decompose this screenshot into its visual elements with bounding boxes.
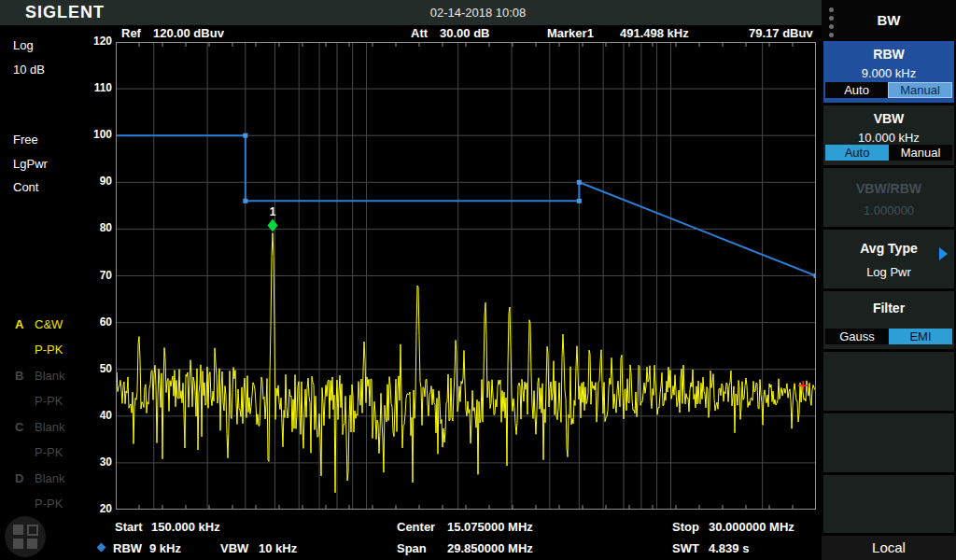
y-axis-tick-label: 80 xyxy=(82,221,112,234)
title-bar: SIGLENT 02-14-2018 10:08 xyxy=(0,0,822,25)
vbw-rbw-title: VBW/RBW xyxy=(823,181,954,196)
brand-logo: SIGLENT xyxy=(25,3,105,22)
marker1-label: Marker1 xyxy=(547,26,594,40)
amplitude-scale-label: Log xyxy=(13,38,34,52)
stop-freq-label: Stop xyxy=(672,520,699,534)
center-freq-value: 15.075000 MHz xyxy=(447,520,533,534)
trace-d-detector: P-PK xyxy=(35,497,63,511)
y-axis-tick-label: 40 xyxy=(82,409,112,422)
menu-title: BW xyxy=(822,12,956,28)
y-axis-tick-label: 20 xyxy=(82,502,112,515)
rbw-status-value: 9 kHz xyxy=(149,541,181,555)
vbw-softkey-button[interactable]: VBW 10.000 kHz Auto Manual xyxy=(823,105,954,165)
center-freq-label: Center xyxy=(397,520,435,534)
ref-level-label: Ref xyxy=(121,26,141,40)
blank-softkey-slot-2 xyxy=(823,413,954,472)
rbw-title: RBW xyxy=(823,47,954,62)
home-menu-button[interactable] xyxy=(5,516,46,557)
y-axis-tick-label: 90 xyxy=(82,175,112,188)
filter-gauss-toggle[interactable]: Gauss xyxy=(825,329,889,344)
trace-a-letter: A xyxy=(15,317,23,331)
blank-softkey-slot-3 xyxy=(823,475,954,533)
avg-type-title: Avg Type xyxy=(823,241,954,256)
sweep-time-label: SWT xyxy=(672,541,699,555)
scale-per-div-label: 10 dB xyxy=(13,63,45,77)
vbw-title: VBW xyxy=(823,111,954,126)
trace-a-detector: P-PK xyxy=(35,343,63,357)
trace-b-letter: B xyxy=(15,369,23,383)
span-value: 29.850000 MHz xyxy=(447,541,533,555)
spectrum-analyzer-screen: SIGLENT 02-14-2018 10:08 Ref 120.00 dBuv… xyxy=(0,0,956,560)
softkey-menu-panel: BW RBW 9.000 kHz Auto Manual VBW 10.000 … xyxy=(822,0,956,560)
rbw-status-label: RBW xyxy=(113,541,142,555)
trace-a-mode: C&W xyxy=(35,317,63,331)
sweep-mode-label: Cont xyxy=(13,180,38,194)
stop-freq-value: 30.000000 MHz xyxy=(709,520,794,534)
avg-type-softkey-button[interactable]: Avg Type Log Pwr xyxy=(823,230,954,288)
vbw-rbw-value: 1.000000 xyxy=(823,203,954,217)
y-axis-tick-label: 100 xyxy=(82,128,112,141)
measurement-header-row: Ref 120.00 dBuv Att 30.00 dB Marker1 491… xyxy=(116,25,816,42)
spectrum-chart: 1 xyxy=(116,42,816,510)
blank-softkey-slot-1 xyxy=(823,352,954,411)
y-axis-tick-label: 110 xyxy=(82,81,112,94)
vbw-value: 10.000 kHz xyxy=(823,131,954,145)
menu-header: BW xyxy=(822,0,956,40)
y-axis-tick-label: 120 xyxy=(82,35,112,48)
marker1-level: 79.17 dBuv xyxy=(749,26,813,40)
limit-line-node xyxy=(577,180,582,185)
filter-emi-toggle[interactable]: EMI xyxy=(889,329,952,344)
limit-line-node xyxy=(243,133,247,138)
filter-title: Filter xyxy=(823,301,954,315)
start-freq-label: Start xyxy=(115,520,143,534)
datetime-display: 02-14-2018 10:08 xyxy=(430,6,527,20)
attenuation-label: Att xyxy=(411,26,428,40)
trigger-mode-label: Free xyxy=(13,133,38,147)
trace-d-mode: Blank xyxy=(35,471,65,485)
rbw-value: 9.000 kHz xyxy=(823,66,954,80)
y-axis-tick-label: 70 xyxy=(82,269,112,282)
trace-b-mode: Blank xyxy=(35,369,65,383)
trace-c-letter: C xyxy=(15,420,23,434)
start-freq-value: 150.000 kHz xyxy=(151,520,220,534)
vbw-status-value: 10 kHz xyxy=(259,541,297,555)
limit-line-node xyxy=(243,199,247,203)
y-axis-tick-label: 60 xyxy=(82,315,112,329)
sweep-time-value: 4.839 s xyxy=(709,541,749,555)
attenuation-value: 30.00 dB xyxy=(440,26,489,40)
limit-line xyxy=(116,135,816,275)
ref-level-value: 120.00 dBuv xyxy=(153,26,224,40)
vbw-rbw-ratio-softkey-button[interactable]: VBW/RBW 1.000000 xyxy=(823,168,954,227)
marker1-frequency: 491.498 kHz xyxy=(620,26,689,40)
y-axis-tick-label: 30 xyxy=(82,455,112,469)
rbw-manual-toggle[interactable]: Manual xyxy=(888,82,952,98)
status-bar: Start 150.000 kHz Center 15.075000 MHz S… xyxy=(93,515,822,560)
rbw-auto-toggle[interactable]: Auto xyxy=(825,82,888,98)
trace-c-mode: Blank xyxy=(35,420,65,434)
vbw-auto-toggle[interactable]: Auto xyxy=(825,145,889,161)
trace-b-detector: P-PK xyxy=(35,394,63,408)
y-axis-tick-label: 50 xyxy=(82,362,112,375)
avg-power-label: LgPwr xyxy=(13,157,48,171)
marker1-id-label: 1 xyxy=(270,205,276,218)
marker1-diamond-icon xyxy=(267,219,277,232)
trace-d-letter: D xyxy=(15,471,23,485)
span-label: Span xyxy=(397,541,427,555)
trace-a-polyline xyxy=(116,233,816,493)
trace-c-detector: P-PK xyxy=(35,445,63,459)
vbw-manual-toggle[interactable]: Manual xyxy=(889,145,952,161)
rbw-softkey-button[interactable]: RBW 9.000 kHz Auto Manual xyxy=(823,41,954,103)
submenu-arrow-icon xyxy=(939,247,948,260)
filter-softkey-button[interactable]: Filter Gauss EMI xyxy=(823,291,954,349)
trace-a-indicator-icon xyxy=(98,544,105,551)
avg-type-value: Log Pwr xyxy=(823,265,954,279)
local-button[interactable]: Local xyxy=(822,536,956,560)
vbw-status-label: VBW xyxy=(220,541,248,555)
limit-line-node xyxy=(577,199,582,203)
